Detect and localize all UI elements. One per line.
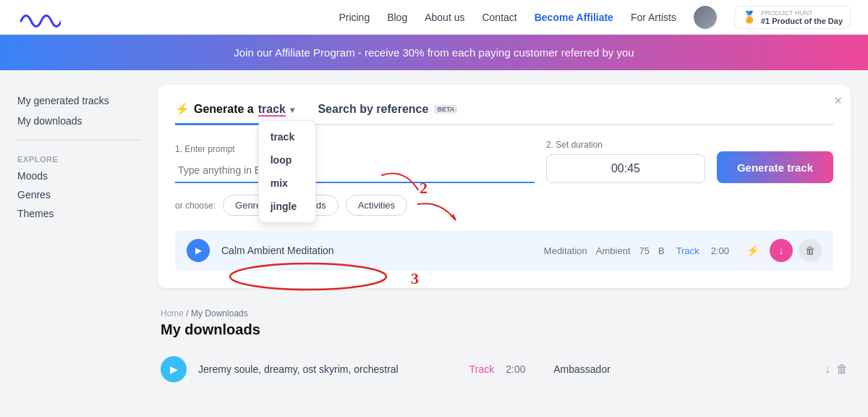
bolt-action-icon: ⚡ xyxy=(746,245,759,256)
download-file-icon: ↓ xyxy=(825,363,830,375)
activities-button[interactable]: Activities xyxy=(346,195,407,216)
trash-icon: 🗑 xyxy=(805,245,815,256)
chevron-icon: ▾ xyxy=(290,105,294,115)
tab-row: ⚡ Generate a track ▾ track loop mix jing… xyxy=(175,102,833,125)
ph-label: PRODUCT HUNT xyxy=(761,9,843,17)
explore-label: EXPLORE xyxy=(17,149,140,167)
track-title: Calm Ambient Meditation xyxy=(221,245,532,256)
tab-word-select[interactable]: track ▾ track loop mix jingle xyxy=(258,103,295,116)
dropdown-mix[interactable]: mix xyxy=(259,172,315,195)
track-tags: Meditation Ambient 75 B xyxy=(544,245,665,256)
avatar[interactable] xyxy=(694,6,717,29)
delete-button-track[interactable]: 🗑 xyxy=(799,239,822,262)
sidebar: My generated tracks My downloads EXPLORE… xyxy=(17,85,140,391)
download-type: Track xyxy=(469,363,494,375)
nav-contact[interactable]: Contact xyxy=(482,12,516,23)
track-tag-3: 75 xyxy=(639,245,650,256)
play-button-download[interactable]: ▶ xyxy=(161,356,187,382)
tab-search[interactable]: Search by reference BETA xyxy=(318,103,457,125)
svg-text:3: 3 xyxy=(411,269,419,287)
dropdown-track[interactable]: track xyxy=(259,125,315,148)
delete-dl-icon: 🗑 xyxy=(836,363,848,375)
tab-generate-label: Generate a xyxy=(194,103,254,116)
affiliate-banner[interactable]: Join our Affiliate Program - receive 30%… xyxy=(0,35,868,70)
choose-label: or choose: xyxy=(175,201,216,211)
play-dl-icon: ▶ xyxy=(170,363,178,375)
prompt-label: 1. Enter prompt xyxy=(175,144,535,154)
sidebar-divider xyxy=(17,140,140,140)
delete-download-button[interactable]: 🗑 xyxy=(836,363,848,376)
prompt-input[interactable] xyxy=(175,159,535,183)
header: Pricing Blog About us Contact Become Aff… xyxy=(0,0,868,35)
sidebar-item-moods[interactable]: Moods xyxy=(17,167,140,185)
track-actions: ⚡ ↓ 🗑 xyxy=(741,239,822,262)
nav-pricing[interactable]: Pricing xyxy=(339,12,370,23)
dropdown-jingle[interactable]: jingle xyxy=(259,195,315,218)
nav-affiliate[interactable]: Become Affiliate xyxy=(535,12,613,23)
dropdown-loop[interactable]: loop xyxy=(259,148,315,172)
download-description: Jeremy soule, dreamy, ost skyrim, orches… xyxy=(198,363,458,375)
svg-line-1 xyxy=(451,215,456,220)
track-tag-4: B xyxy=(658,245,665,256)
duration-label: 2. Set duration xyxy=(546,140,705,150)
download-duration: 2:00 xyxy=(506,363,542,375)
generator-card: × ⚡ Generate a track ▾ track loop mix j xyxy=(158,85,851,288)
downloads-title: My downloads xyxy=(161,321,848,338)
track-type-dropdown[interactable]: track loop mix jingle xyxy=(258,120,316,223)
breadcrumb-home[interactable]: Home xyxy=(161,308,184,319)
breadcrumb: Home / My Downloads xyxy=(161,300,848,321)
download-actions: ↓ 🗑 xyxy=(825,363,848,376)
download-file-button[interactable]: ↓ xyxy=(825,363,830,376)
tab-word[interactable]: track xyxy=(258,103,286,117)
track-tag-2: Ambient xyxy=(596,245,631,256)
play-icon: ▶ xyxy=(195,245,202,256)
ph-text: #1 Product of the Day xyxy=(761,17,843,25)
duration-input[interactable] xyxy=(546,154,705,183)
generator-area: × ⚡ Generate a track ▾ track loop mix j xyxy=(158,85,851,391)
tab-generate[interactable]: ⚡ Generate a track ▾ track loop mix jing… xyxy=(175,102,294,125)
sidebar-item-downloads[interactable]: My downloads xyxy=(17,111,140,131)
nav-blog[interactable]: Blog xyxy=(387,12,407,23)
generate-button[interactable]: Generate track xyxy=(717,151,833,183)
track-type: Track xyxy=(676,245,699,256)
banner-text: Join our Affiliate Program - receive 30%… xyxy=(234,46,634,59)
play-button-track[interactable]: ▶ xyxy=(187,239,210,262)
download-icon: ↓ xyxy=(779,245,784,256)
tab-search-label: Search by reference xyxy=(318,103,428,116)
beta-badge: BETA xyxy=(434,105,457,114)
sidebar-item-generated[interactable]: My generated tracks xyxy=(17,90,140,111)
track-row: ▶ Calm Ambient Meditation Meditation Amb… xyxy=(175,230,833,271)
bolt-icon: ⚡ xyxy=(175,102,190,116)
close-button[interactable]: × xyxy=(834,93,842,109)
main-nav: Pricing Blog About us Contact Become Aff… xyxy=(339,6,851,29)
product-hunt-badge[interactable]: 🏅 PRODUCT HUNT #1 Product of the Day xyxy=(734,6,851,29)
download-name: Ambassador xyxy=(553,363,813,375)
main-content: My generated tracks My downloads EXPLORE… xyxy=(0,70,868,405)
sidebar-item-themes[interactable]: Themes xyxy=(17,204,140,223)
prompt-group: 1. Enter prompt xyxy=(175,144,535,183)
download-row: ▶ Jeremy soule, dreamy, ost skyrim, orch… xyxy=(161,347,848,391)
logo[interactable] xyxy=(17,7,61,28)
track-duration: 2:00 xyxy=(711,245,729,256)
nav-artists[interactable]: For Artists xyxy=(631,12,676,23)
download-button-track[interactable]: ↓ xyxy=(770,239,793,262)
sidebar-item-genres[interactable]: Genres xyxy=(17,185,140,204)
downloads-section: Home / My Downloads My downloads ▶ Jerem… xyxy=(158,300,851,391)
regenerate-button[interactable]: ⚡ xyxy=(741,239,764,262)
nav-about[interactable]: About us xyxy=(425,12,464,23)
track-tag-1: Meditation xyxy=(544,245,587,256)
breadcrumb-current: My Downloads xyxy=(191,308,248,319)
medal-icon: 🏅 xyxy=(742,10,757,24)
duration-group: 2. Set duration xyxy=(546,140,705,183)
